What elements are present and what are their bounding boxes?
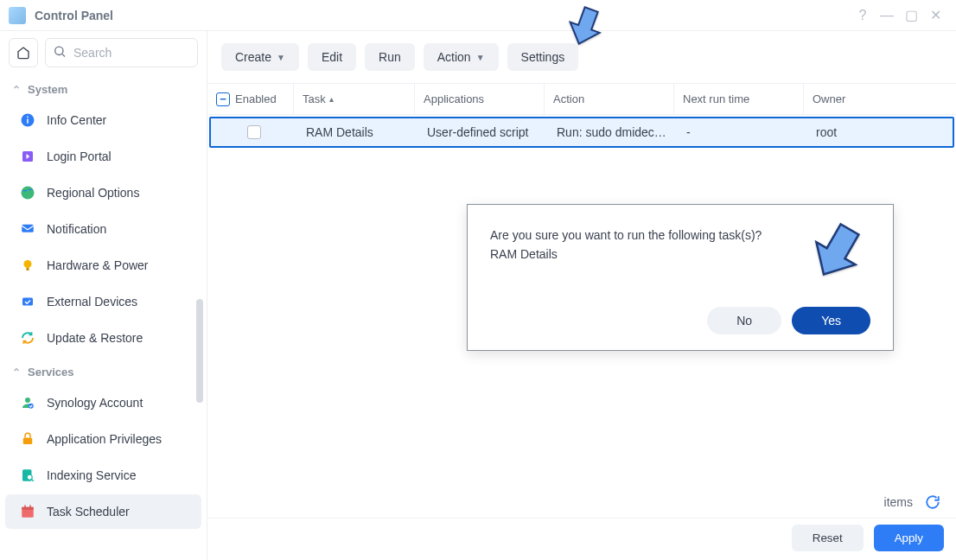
svg-rect-18 (22, 507, 34, 510)
maximize-button[interactable]: ▢ (899, 3, 923, 28)
sidebar-item-label: External Devices (47, 295, 137, 309)
update-icon (19, 329, 36, 347)
info-icon (19, 111, 36, 129)
dialog-no-button[interactable]: No (707, 307, 781, 334)
sidebar-item-indexing-service[interactable]: Indexing Service (5, 458, 201, 493)
cell-action: Run: sudo dmidec… (548, 125, 678, 139)
column-owner[interactable]: Owner (804, 92, 956, 105)
svg-point-11 (25, 398, 30, 403)
table-row[interactable]: RAM Details User-defined script Run: sud… (209, 117, 954, 148)
sidebar-item-external-devices[interactable]: External Devices (5, 284, 201, 319)
action-label: Action (437, 50, 471, 64)
sidebar-scrollbar[interactable] (196, 299, 203, 403)
items-label-2: items (884, 495, 913, 509)
run-button[interactable]: Run (365, 43, 415, 71)
sidebar-item-synology-account[interactable]: Synology Account (5, 385, 201, 420)
svg-rect-13 (23, 438, 33, 445)
search-icon (53, 45, 67, 61)
create-button[interactable]: Create▼ (221, 43, 299, 71)
cell-owner: root (807, 125, 953, 139)
svg-rect-3 (27, 119, 29, 124)
svg-line-1 (62, 54, 65, 57)
header-label: Task (303, 92, 326, 105)
checkbox-mixed[interactable]: − (216, 92, 230, 106)
section-label: Services (28, 366, 74, 379)
cell-task: RAM Details (297, 125, 418, 139)
sidebar-item-label: Synology Account (47, 396, 143, 410)
home-button[interactable] (9, 38, 38, 67)
dialog-yes-button[interactable]: Yes (792, 307, 870, 334)
sidebar-item-label: Notification (47, 222, 106, 236)
row-checkbox[interactable] (247, 125, 261, 139)
sort-asc-icon: ▴ (329, 94, 334, 104)
sidebar-item-label: Regional Options (47, 186, 139, 200)
chevron-up-icon: ⌃ (12, 366, 21, 379)
search-input[interactable] (45, 38, 198, 67)
sidebar-item-label: Hardware & Power (47, 258, 149, 272)
column-action[interactable]: Action (545, 84, 674, 114)
refresh-button-2[interactable] (925, 494, 940, 510)
app-title: Control Panel (35, 9, 113, 22)
sidebar-item-info-center[interactable]: Info Center (5, 103, 201, 137)
message-icon (19, 220, 36, 238)
svg-line-16 (32, 480, 34, 481)
caret-down-icon: ▼ (476, 53, 485, 62)
svg-point-8 (24, 260, 32, 268)
sidebar-item-regional-options[interactable]: Regional Options (5, 175, 201, 210)
sidebar-item-label: Login Portal (47, 150, 112, 163)
sidebar-item-notification[interactable]: Notification (5, 212, 201, 246)
section-services[interactable]: ⌃ Services (0, 357, 207, 384)
sidebar-item-update-restore[interactable]: Update & Restore (5, 321, 201, 355)
sidebar-item-label: Indexing Service (47, 468, 137, 482)
dialog-message: Are you sure you want to run the followi… (490, 226, 870, 245)
main-panel: Create▼ Edit Run Action▼ Settings − Enab… (207, 31, 956, 560)
svg-rect-19 (24, 506, 26, 508)
status-row: items (884, 494, 940, 510)
lock-icon (19, 430, 36, 448)
dialog-detail: RAM Details (490, 245, 870, 264)
sidebar-item-task-scheduler[interactable]: Task Scheduler (5, 494, 201, 529)
apply-button[interactable]: Apply (874, 525, 944, 551)
sidebar-item-application-privileges[interactable]: Application Privileges (5, 422, 201, 456)
svg-rect-9 (27, 268, 29, 270)
footer-actions: Reset Apply (792, 525, 944, 551)
column-enabled[interactable]: − Enabled (207, 84, 294, 114)
reset-button[interactable]: Reset (792, 525, 864, 551)
titlebar: Control Panel ? — ▢ ✕ (0, 0, 956, 31)
home-icon (16, 46, 30, 60)
confirm-dialog: Are you sure you want to run the followi… (467, 204, 894, 351)
sidebar-item-label: Info Center (47, 113, 106, 127)
column-next-run[interactable]: Next run time (674, 84, 804, 114)
edit-button[interactable]: Edit (308, 43, 356, 71)
calendar-icon (19, 503, 36, 520)
svg-rect-4 (27, 117, 29, 118)
caret-down-icon: ▼ (277, 53, 285, 62)
action-button[interactable]: Action▼ (424, 43, 499, 71)
sidebar: ⌃ System Info Center Login Portal Region… (0, 31, 207, 560)
column-applications[interactable]: Applications (415, 84, 545, 114)
cell-next-run: - (678, 125, 807, 139)
toolbar: Create▼ Edit Run Action▼ Settings (207, 31, 956, 83)
sidebar-item-label: Task Scheduler (47, 505, 130, 519)
app-icon (9, 7, 26, 24)
close-button[interactable]: ✕ (923, 3, 947, 28)
account-icon (19, 394, 36, 411)
sidebar-item-label: Update & Restore (47, 331, 143, 345)
table-header: − Enabled Task ▴ Applications Action Nex… (207, 84, 956, 115)
section-system[interactable]: ⌃ System (0, 74, 207, 101)
svg-point-0 (55, 47, 63, 54)
search-file-icon (19, 467, 36, 484)
sidebar-item-hardware-power[interactable]: Hardware & Power (5, 248, 201, 283)
section-label: System (28, 83, 67, 96)
help-button[interactable]: ? (851, 3, 875, 28)
settings-button[interactable]: Settings (507, 43, 579, 71)
cell-enabled (211, 125, 297, 139)
svg-point-6 (22, 187, 35, 200)
cell-applications: User-defined script (418, 125, 548, 139)
bulb-icon (19, 257, 36, 274)
minimize-button[interactable]: — (875, 3, 899, 28)
chevron-up-icon: ⌃ (12, 84, 21, 96)
sidebar-item-login-portal[interactable]: Login Portal (5, 139, 201, 174)
svg-rect-7 (22, 225, 34, 232)
column-task[interactable]: Task ▴ (294, 84, 415, 114)
